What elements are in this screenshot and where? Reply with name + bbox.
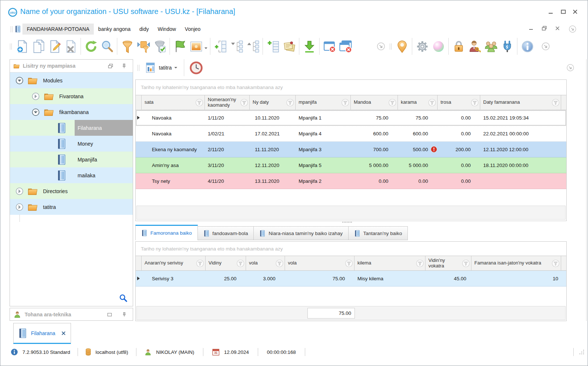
lock-icon[interactable] [450,38,467,55]
column-header-anaranny-serivisy[interactable]: Anaran'ny serivisy [142,256,206,270]
reportbar-drag-handle[interactable] [138,65,139,71]
filter-funnel-icon[interactable] [119,38,135,55]
close-window-icon[interactable] [321,38,338,55]
copy-document-icon[interactable] [30,38,46,55]
cell-kilema[interactable]: Misy kilema [354,271,425,286]
close-button[interactable] [572,9,578,14]
tree-item-mpanjifa[interactable]: Mpanjifa [10,152,133,167]
cell-vidinny-vokatra[interactable]: 45.00 [425,271,471,286]
filter-icon[interactable] [236,259,245,267]
float-panel-icon[interactable] [108,63,113,69]
column-header-daty-famaranana[interactable]: Daty famaranana [480,95,561,110]
cell-trosa[interactable]: 0.00 [438,110,480,125]
column-header-famarana-isan-jatonny[interactable]: Famarana isan-jaton'ny vokatra [471,256,561,270]
cell-sata[interactable]: Ekena ny kaomandy [142,142,205,157]
column-header-sata[interactable]: sata [142,95,205,110]
tree-item-tatitra[interactable]: tatitra [10,199,133,215]
tab-niara-niasa[interactable]: Niara-niasa tamin'ny baiko izahay [253,226,348,240]
tree-search-icon[interactable] [119,294,128,302]
maximize-button[interactable] [560,9,566,14]
reportbar-overflow-chevron-icon[interactable] [566,64,574,72]
filter-icon[interactable] [428,99,436,107]
filter-icon[interactable] [240,99,248,107]
cell-karama[interactable]: 600.00 [398,126,438,141]
cell-karama[interactable]: 75.00 [398,110,438,125]
schedule-clock-icon[interactable] [188,59,204,76]
cell-mpanjifa[interactable]: Mpanjifa 1 [296,110,351,125]
cell-mpanjifa[interactable]: Mpanjifa 2 [296,173,351,189]
cell-famaranana[interactable]: 22.02.2021 00:00:00 [480,126,561,141]
order-row-1[interactable]: Navoaka 1/11/20 10.11.2020 Mpanjifa 1 75… [136,110,566,126]
column-header-nydaty[interactable]: Ny daty [250,95,296,110]
mdi-close-button[interactable] [555,25,560,31]
tree-item-money[interactable]: Money [10,136,133,152]
color-palette-icon[interactable] [430,38,446,55]
document-tab-filaharana[interactable]: Filaharana [13,323,71,344]
cell-vidiny[interactable]: 25.00 [206,271,246,286]
filter-icon[interactable] [341,99,349,107]
restore-panel-icon[interactable] [107,312,112,317]
flag-icon[interactable] [172,38,188,55]
toolbar-drag-handle[interactable] [10,43,12,50]
cell-sata[interactable]: Navoaka [142,110,205,125]
cell-famarana[interactable]: 10 [471,271,561,286]
filter-icon[interactable] [388,99,396,107]
cell-nydaty[interactable]: 17.02.2021 [250,126,296,141]
toolbar-end-chevron-icon[interactable] [538,38,554,55]
tree-item-directories[interactable]: Directories [10,183,133,199]
minimize-button[interactable] [548,9,554,14]
filter-icon[interactable] [552,99,560,107]
cell-nomeraony[interactable]: 4/11/20 [205,173,250,189]
menu-item-main[interactable]: FANDAHARAM-POTOANA [22,24,94,35]
cell-sata[interactable]: Navoaka [142,126,205,141]
export-download-icon[interactable] [301,38,317,55]
collapse-node-icon[interactable] [32,108,40,116]
column-header-vidiny[interactable]: Vidiny [206,256,246,270]
expand-node-icon[interactable] [15,203,24,211]
column-header-karama[interactable]: karama [398,95,438,110]
column-header-trosa[interactable]: trosa [438,95,480,110]
notes-icon[interactable] [281,38,297,55]
tree-item-filaharana[interactable]: Filaharana [10,120,133,136]
cell-mandoa[interactable]: 75.00 [351,110,398,125]
delete-document-icon[interactable] [63,38,79,55]
cell-nydaty[interactable]: 13.11.2020 [250,173,296,189]
column-header-kilema[interactable]: kilema [354,256,425,270]
filter-icon[interactable] [345,259,353,267]
cell-nydaty[interactable]: 10.11.2020 [250,110,296,125]
cell-mandoa[interactable]: 600.00 [351,126,398,141]
expand-tree-icon[interactable] [228,38,245,55]
menu-item-window[interactable]: Window [153,24,181,35]
cell-mpanjifa[interactable]: Mpanjifa 5 [296,157,351,173]
settings-gear-icon[interactable] [414,38,430,55]
map-pin-icon[interactable] [394,38,410,55]
filter-icon[interactable] [471,99,479,107]
filter-icon[interactable] [416,259,424,267]
cell-nomeraony[interactable]: 1/02/21 [205,126,250,141]
tree-item-fikambanana[interactable]: fikambanana [10,104,133,120]
filter-icon[interactable] [286,99,294,107]
picture-dropdown-caret-icon[interactable] [204,47,207,50]
cell-mandoa[interactable]: 700.00 [351,142,398,157]
tree-item-fivarotana[interactable]: Fivarotana [10,88,133,104]
cell-karama[interactable]: 500.00 [398,142,438,157]
tab-fandoavam-bola[interactable]: fandoavam-bola [197,226,254,240]
tree-item-modules[interactable]: Modules [10,72,133,88]
cell-famaranana[interactable]: 15.02.2021 19:05:34 [480,110,561,125]
cell-nomeraony[interactable]: 2/11/20 [205,142,250,157]
search-icon[interactable] [99,38,115,55]
column-header-vidinny-vokatra[interactable]: Vidin'ny vokatra [425,256,471,270]
user-key-icon[interactable] [467,38,483,55]
cell-nydaty[interactable]: 12.11.2020 [250,157,296,173]
user-groups-icon[interactable] [483,38,499,55]
column-header-nomeraony[interactable]: Nomeraon'ny kaomandy [205,95,250,110]
menu-item-database[interactable]: banky angona [94,24,135,35]
support-panel[interactable]: Tohana ara-teknika [10,308,133,321]
mdi-restore-button[interactable] [541,25,547,31]
cell-famaranana[interactable]: 12.11.2020 12:00:00 [480,142,561,157]
cell-vola-1[interactable]: 3.000 [246,271,285,286]
toolbar2-drag-handle[interactable] [390,43,392,50]
cell-famaranana[interactable] [480,173,561,189]
filter-apply-icon[interactable] [152,38,168,55]
filter-icon[interactable] [196,259,204,267]
